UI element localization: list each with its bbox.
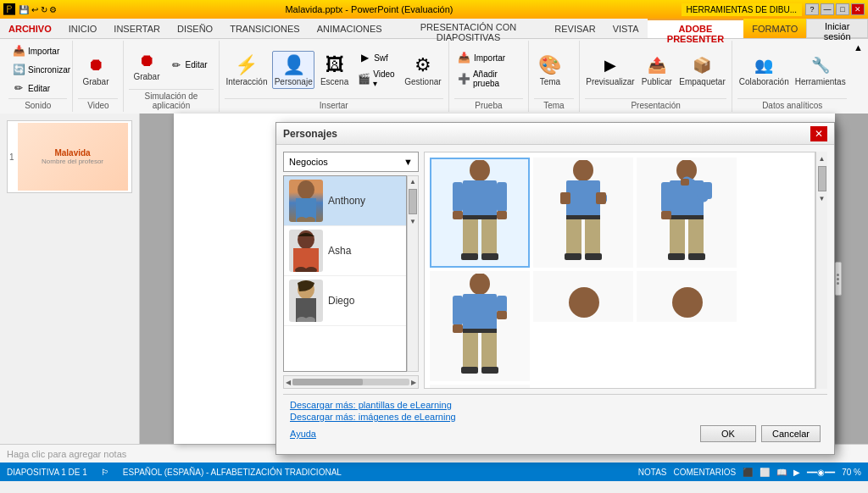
btn-previsualizar[interactable]: ▶ Previsualizar bbox=[585, 51, 636, 89]
svg-rect-45 bbox=[463, 294, 497, 332]
btn-colaboracion[interactable]: 👥 Colaboración bbox=[737, 51, 790, 89]
tab-formato[interactable]: FORMATO bbox=[743, 19, 806, 38]
tab-vista[interactable]: VISTA bbox=[604, 19, 648, 38]
ok-button[interactable]: OK bbox=[700, 425, 756, 442]
svg-rect-46 bbox=[463, 329, 497, 333]
btn-publicar[interactable]: 📤 Publicar bbox=[639, 51, 675, 89]
poses-scrollbar[interactable]: ▲ ▼ bbox=[815, 152, 827, 389]
svg-point-23 bbox=[573, 160, 593, 181]
poses-scroll-up[interactable]: ▲ bbox=[816, 153, 827, 164]
notes-btn[interactable]: NOTAS bbox=[638, 468, 667, 477]
character-item-asha[interactable]: Asha bbox=[284, 226, 406, 276]
character-category-dropdown[interactable]: Negocios ▼ bbox=[283, 152, 419, 172]
close-btn[interactable]: ✕ bbox=[851, 3, 865, 15]
group-insertar-label: Insertar bbox=[225, 98, 443, 110]
slide-thumbnail[interactable]: 1 Malavida Nombre del profesor bbox=[7, 120, 132, 193]
btn-empaquetar[interactable]: 📦 Empaquetar bbox=[678, 51, 727, 89]
btn-sincronizar[interactable]: 🔄Sincronizar bbox=[8, 61, 74, 78]
svg-rect-31 bbox=[560, 192, 570, 204]
dropdown-value: Negocios bbox=[289, 157, 328, 167]
comments-btn[interactable]: COMENTARIOS bbox=[673, 468, 736, 477]
pose-item-3[interactable] bbox=[637, 158, 737, 268]
cancel-button[interactable]: Cancelar bbox=[761, 425, 821, 442]
svg-rect-16 bbox=[481, 219, 497, 255]
btn-anadir-prueba[interactable]: ➕Añadir prueba bbox=[454, 68, 523, 90]
btn-importar-audio[interactable]: 📥Importar bbox=[8, 42, 74, 59]
view-normal-btn[interactable]: ⬛ bbox=[743, 468, 753, 477]
btn-escena[interactable]: 🖼 Escena bbox=[318, 51, 351, 89]
character-name-anthony: Anthony bbox=[328, 195, 365, 207]
btn-personaje[interactable]: 👤 Personaje bbox=[272, 51, 314, 89]
btn-interaccion[interactable]: ⚡ Interacción bbox=[225, 51, 270, 89]
btn-grabar-video[interactable]: ⏺ Grabar bbox=[78, 51, 113, 89]
group-simulacion-label: Simulación de aplicación bbox=[129, 89, 213, 110]
zoom-slider[interactable]: ━━◉━━ bbox=[807, 468, 835, 477]
avatar-anthony bbox=[289, 180, 323, 222]
collapse-ribbon-btn[interactable]: ▲ bbox=[852, 41, 865, 112]
app-icon: 🅿 bbox=[3, 3, 15, 16]
tab-animaciones[interactable]: ANIMACIONES bbox=[309, 19, 391, 38]
window-controls[interactable]: ? — □ ✕ bbox=[805, 3, 865, 15]
quick-access: 💾 ↩ ↻ ⚙ bbox=[19, 5, 57, 14]
pose-item-5[interactable] bbox=[533, 271, 633, 322]
pose-item-6[interactable] bbox=[637, 271, 737, 322]
tab-adobe[interactable]: ADOBE PRESENTER bbox=[648, 19, 744, 38]
hscroll-right[interactable]: ▶ bbox=[411, 379, 416, 386]
svg-rect-53 bbox=[453, 324, 463, 333]
character-item-anthony[interactable]: Anthony bbox=[284, 176, 406, 226]
pose-item-2[interactable] bbox=[533, 158, 633, 268]
pose-item-1[interactable] bbox=[430, 158, 530, 268]
scroll-thumb[interactable] bbox=[409, 189, 417, 214]
svg-rect-54 bbox=[497, 311, 507, 319]
scroll-up-btn[interactable]: ▲ bbox=[408, 176, 418, 187]
view-slide-btn[interactable]: ⬜ bbox=[760, 468, 770, 477]
character-list: Anthony bbox=[283, 175, 407, 372]
tab-insertar[interactable]: INSERTAR bbox=[105, 19, 169, 38]
hscroll-track[interactable] bbox=[292, 379, 409, 385]
btn-video[interactable]: 🎬Video ▾ bbox=[354, 68, 399, 90]
hscroll-left[interactable]: ◀ bbox=[286, 379, 291, 386]
download-templates-link[interactable]: Descargar más: plantillas de eLearning bbox=[290, 400, 821, 410]
view-reading-btn[interactable]: 📖 bbox=[776, 468, 787, 477]
download-images-link[interactable]: Descargar más: imágenes de eLearning bbox=[290, 412, 821, 422]
scroll-down-btn[interactable]: ▼ bbox=[408, 216, 418, 227]
help-btn[interactable]: ? bbox=[805, 3, 819, 15]
group-video-label: Video bbox=[78, 98, 118, 110]
svg-rect-22 bbox=[497, 211, 507, 219]
character-item-diego[interactable]: Diego bbox=[284, 276, 406, 326]
tab-presentacion[interactable]: PRESENTACIÓN CON DIAPOSITIVAS bbox=[391, 19, 547, 38]
tab-transiciones[interactable]: TRANSICIONES bbox=[221, 19, 309, 38]
help-link[interactable]: Ayuda bbox=[290, 429, 316, 439]
dialog-close-btn[interactable]: ✕ bbox=[810, 126, 827, 141]
poses-scroll-thumb[interactable] bbox=[818, 166, 826, 191]
tab-archivo[interactable]: ARCHIVO bbox=[0, 19, 60, 38]
video-record-icon: ⏺ bbox=[84, 53, 108, 77]
restore-btn[interactable]: □ bbox=[836, 3, 849, 15]
svg-rect-26 bbox=[566, 219, 581, 255]
pose-item-7[interactable] bbox=[430, 385, 530, 388]
btn-swf[interactable]: ▶Swf bbox=[354, 49, 399, 66]
dialog-actions: Ayuda OK Cancelar bbox=[290, 425, 821, 442]
poses-scroll-down[interactable]: ▼ bbox=[816, 193, 827, 204]
btn-importar-prueba[interactable]: 📥Importar bbox=[454, 49, 523, 66]
signin-button[interactable]: Iniciar sesión bbox=[806, 19, 868, 38]
btn-grabar-sim[interactable]: ⏺ Grabar bbox=[129, 46, 164, 84]
char-list-scrollbar[interactable]: ▲ ▼ bbox=[407, 175, 419, 372]
char-list-hscroll[interactable]: ◀ ▶ bbox=[283, 375, 419, 389]
btn-gestionar[interactable]: ⚙ Gestionar bbox=[403, 51, 443, 89]
view-slideshow-btn[interactable]: ▶ bbox=[793, 468, 800, 477]
tab-diseno[interactable]: DISEÑO bbox=[169, 19, 221, 38]
svg-point-56 bbox=[672, 287, 703, 318]
tab-inicio[interactable]: INICIO bbox=[60, 19, 106, 38]
scene-icon: 🖼 bbox=[323, 53, 347, 77]
svg-point-12 bbox=[470, 160, 490, 181]
btn-editar-sim[interactable]: ✏Editar bbox=[166, 57, 211, 74]
pose-item-4[interactable] bbox=[430, 271, 530, 381]
btn-herramientas[interactable]: 🔧 Herramientas bbox=[793, 51, 847, 89]
tab-revisar[interactable]: REVISAR bbox=[546, 19, 604, 38]
notes-placeholder: Haga clic para agregar notas bbox=[7, 449, 126, 459]
character-name-diego: Diego bbox=[328, 295, 354, 307]
btn-tema[interactable]: 🎨 Tema bbox=[534, 51, 566, 89]
btn-editar-audio[interactable]: ✏Editar bbox=[8, 80, 74, 97]
minimize-btn[interactable]: — bbox=[821, 3, 834, 15]
